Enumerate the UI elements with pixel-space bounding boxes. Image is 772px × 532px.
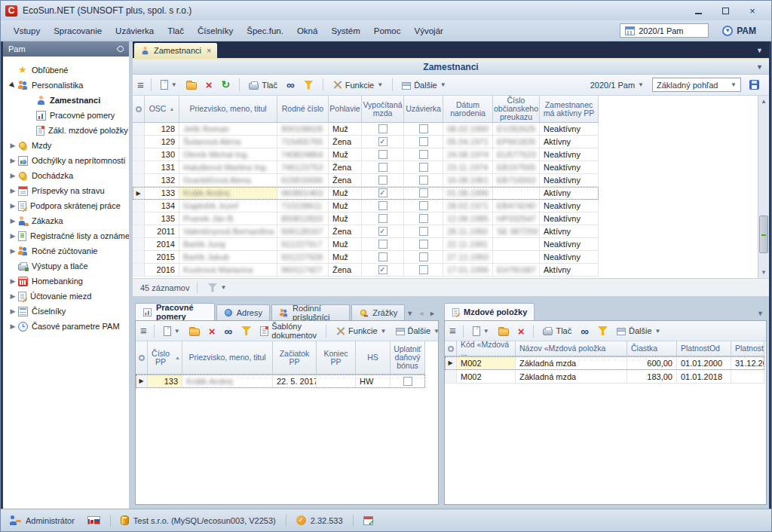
menu-item-vyvojar[interactable]: Vývojár xyxy=(408,23,450,38)
checkbox[interactable]: ✓ xyxy=(378,265,388,274)
cell-osc[interactable]: 2015 xyxy=(145,251,179,264)
column-header-hs[interactable]: HS xyxy=(356,341,391,374)
cell-active[interactable]: Neaktívny xyxy=(540,161,599,174)
menu-item-pomoc[interactable]: Pomoc xyxy=(367,23,408,38)
column-header-start[interactable]: Začiatok PP xyxy=(273,341,317,374)
column-header-code[interactable]: Kód «Mzdová ... xyxy=(457,341,516,356)
expand-icon[interactable]: ▶ xyxy=(8,292,18,300)
sidebar-item-pracovne-pomery[interactable]: Pracovné pomery xyxy=(3,108,129,123)
cell-rc[interactable]: 850812833 xyxy=(277,212,329,225)
checkbox[interactable] xyxy=(419,176,428,185)
table-row[interactable]: 2016Kustrová Marianna960117427Žena✓17.01… xyxy=(133,264,599,277)
cell-gender[interactable]: Žena xyxy=(329,174,362,187)
cell-amount[interactable]: 183,00 xyxy=(627,370,677,384)
menu-icon[interactable]: ≡ xyxy=(137,80,144,90)
cell-rc[interactable]: 740824864 xyxy=(277,148,329,161)
close-button[interactable]: × xyxy=(744,4,761,17)
cell-name[interactable]: Gajdošík Jozef xyxy=(179,200,277,212)
tab-rodinni-prislusnici[interactable]: Rodinní príslušníci xyxy=(271,304,350,320)
functions-menu-button[interactable]: Funkcie▼ xyxy=(330,78,385,91)
cell-gender[interactable]: Muž xyxy=(329,148,362,161)
cell-birth[interactable]: 22.11.1991 xyxy=(443,238,493,251)
column-header-osc[interactable]: OSC▲ xyxy=(145,96,179,122)
menu-item-spracovanie[interactable]: Spracovanie xyxy=(47,23,109,38)
cell-code[interactable]: M002 xyxy=(457,356,516,370)
sidebar-item-personalistika[interactable]: ▶Personalistika xyxy=(3,78,129,93)
cell-osc[interactable]: 130 xyxy=(145,148,179,161)
cell-gender[interactable]: Žena xyxy=(329,264,362,277)
period-dropdown[interactable]: 2020/1 Pam▼ xyxy=(588,79,646,91)
menu-item-uzavierka[interactable]: Uzávierka xyxy=(109,23,161,38)
tab-mzdove-polozky[interactable]: Mzdové položky xyxy=(444,303,535,320)
cell-active[interactable]: Neaktívny xyxy=(540,200,599,212)
cell-closed[interactable] xyxy=(404,161,443,174)
column-header-pp[interactable]: Číslo PP▲ xyxy=(148,341,182,374)
table-row[interactable]: 132Granblíčová Alena615816696Žena16.08.1… xyxy=(133,174,599,187)
cell-idcard[interactable]: EU577623 xyxy=(493,148,540,161)
menu-item-system[interactable]: Systém xyxy=(324,23,366,38)
checkbox[interactable] xyxy=(378,201,388,210)
cell-osc[interactable]: 2016 xyxy=(145,264,179,277)
cell-name[interactable]: Halušková Martina Ing. xyxy=(179,161,277,174)
column-header-name[interactable]: Názov «Mzdová položka xyxy=(516,341,627,356)
cell-to[interactable]: 31.12.20 xyxy=(731,356,764,370)
collapse-icon[interactable]: ▶ xyxy=(7,79,20,92)
menu-item-okna[interactable]: Okná xyxy=(290,23,325,38)
menu-item-ciselniky[interactable]: Číselníky xyxy=(191,23,240,38)
tab-adresy[interactable]: Adresy xyxy=(216,304,270,320)
search-button[interactable]: ∞ xyxy=(578,325,591,338)
scroll-up-icon[interactable]: ▲ xyxy=(758,96,769,107)
cell-calc[interactable]: ✓ xyxy=(362,225,404,238)
print-button[interactable]: Tlač xyxy=(247,79,280,91)
cell-amount[interactable]: 600,00 xyxy=(627,356,677,370)
cell-osc[interactable]: 134 xyxy=(145,200,179,212)
sidebar-item-prispevky-na-stravu[interactable]: ▶Príspevky na stravu xyxy=(3,183,129,198)
expand-icon[interactable]: ▶ xyxy=(8,247,18,255)
cell-gender[interactable]: Žena xyxy=(329,225,362,238)
cell-start[interactable]: 22. 5. 2017 xyxy=(273,375,317,388)
expand-icon[interactable]: ▶ xyxy=(8,323,18,330)
menu-item-spec-fun[interactable]: Špec.fun. xyxy=(240,23,290,38)
column-header-birth[interactable]: Dátum narodenia xyxy=(443,96,493,122)
cell-from[interactable]: 01.01.2000 xyxy=(677,356,731,370)
checkbox[interactable] xyxy=(419,163,428,172)
sidebar-item-homebanking[interactable]: ▶Homebanking xyxy=(3,274,129,289)
menu-item-vstupy[interactable]: Vstupy xyxy=(7,23,47,38)
checkbox[interactable] xyxy=(419,240,428,249)
checkbox[interactable] xyxy=(378,176,388,185)
sidebar-item-odchylky[interactable]: ▶Odchýlky a neprítomnosti xyxy=(3,153,129,168)
cell-idcard[interactable]: EV282625 xyxy=(493,123,540,136)
cell-closed[interactable] xyxy=(404,212,443,225)
checkbox[interactable] xyxy=(419,265,428,274)
cell-gender[interactable]: Muž xyxy=(329,187,362,200)
sidebar-item-oblubene[interactable]: Obľúbené xyxy=(3,63,129,78)
pin-icon[interactable] xyxy=(116,44,124,53)
cell-rc[interactable]: 911227917 xyxy=(277,238,329,251)
cell-name[interactable]: Základná mzda xyxy=(516,370,627,384)
cell-idcard[interactable]: EB716563 xyxy=(493,174,540,187)
tab-scroll-right-icon[interactable]: ► xyxy=(429,310,436,317)
expand-icon[interactable]: ▶ xyxy=(8,307,18,315)
cell-birth[interactable]: 27.12.1993 xyxy=(443,251,493,264)
checkbox[interactable]: ✓ xyxy=(378,188,388,197)
cell-calc[interactable] xyxy=(362,238,404,251)
cell-active[interactable]: Neaktívny xyxy=(540,238,599,251)
new-record-button[interactable]: ▼ xyxy=(470,325,492,338)
cell-name[interactable]: Králik Andrej xyxy=(182,375,273,388)
checkbox[interactable] xyxy=(378,124,388,133)
cell-birth[interactable]: 16.08.1961 xyxy=(443,174,493,187)
scrollbar-thumb[interactable] xyxy=(759,216,768,253)
cell-name[interactable]: Jelík Roman xyxy=(179,123,277,136)
table-row[interactable]: 135Pranek Ján B.850812833Muž12.08.1985HP… xyxy=(133,212,599,225)
checkbox[interactable] xyxy=(378,240,388,249)
checkbox[interactable] xyxy=(419,227,428,236)
cell-from[interactable]: 01.01.2018 xyxy=(677,370,731,384)
cell-end[interactable] xyxy=(317,375,356,388)
table-row[interactable]: ▶133Králik Andrej22. 5. 2017HW xyxy=(136,375,425,388)
cell-gender[interactable]: Muž xyxy=(329,238,362,251)
checkbox[interactable] xyxy=(378,163,388,172)
checkbox[interactable] xyxy=(419,137,428,146)
cell-rc[interactable]: 746123753 xyxy=(277,161,329,174)
column-header-from[interactable]: PlatnostOd xyxy=(677,341,731,356)
column-header-amount[interactable]: Čiastka xyxy=(627,341,677,356)
